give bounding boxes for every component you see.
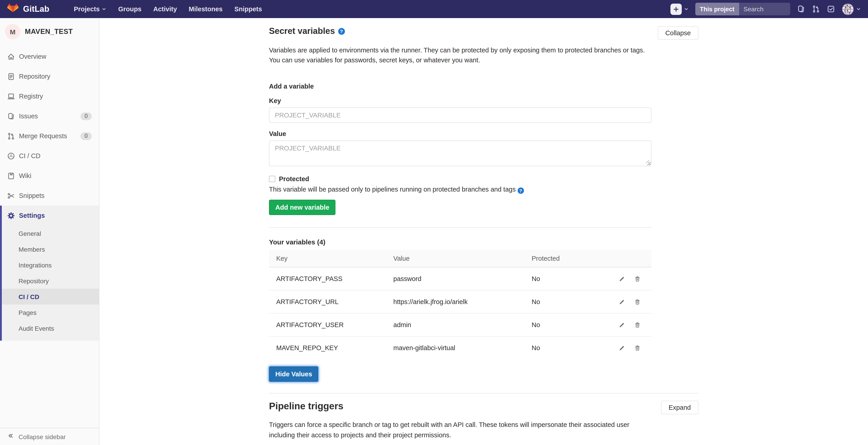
top-menu: Projects Groups Activity Milestones Snip… [74, 5, 262, 13]
sidebar-item-merge-requests[interactable]: Merge Requests 0 [0, 126, 99, 146]
user-menu-button[interactable] [842, 3, 861, 15]
project-avatar: M [5, 24, 20, 39]
sidebar-subitem-pages[interactable]: Pages [2, 305, 99, 320]
table-row: ARTIFACTORY_USER admin No [269, 313, 651, 337]
col-header-value: Value [386, 250, 524, 268]
add-variable-heading: Add a variable [269, 83, 651, 90]
sidebar-item-settings[interactable]: Settings [2, 206, 99, 226]
menu-activity[interactable]: Activity [153, 5, 177, 13]
variable-value: password [386, 268, 524, 290]
variable-value: admin [386, 313, 524, 337]
pipeline-triggers-description: Triggers can force a specific branch or … [269, 420, 651, 440]
sidebar-item-repository[interactable]: Repository [0, 66, 99, 86]
pipeline-triggers-section: Pipeline triggers Expand Triggers can fo… [269, 401, 699, 440]
navbar-right: This project [671, 3, 861, 15]
variable-value-textarea[interactable] [269, 140, 651, 166]
edit-variable-button[interactable] [618, 276, 625, 282]
sidebar-item-registry[interactable]: Registry [0, 86, 99, 106]
variable-key: ARTIFACTORY_PASS [269, 268, 386, 290]
variable-protected: No [524, 290, 606, 313]
sidebar-subitem-general[interactable]: General [2, 226, 99, 241]
collapse-section-button[interactable]: Collapse [657, 26, 699, 40]
variable-protected: No [524, 268, 606, 290]
double-chevron-left-icon [7, 432, 14, 441]
collapse-sidebar-button[interactable]: Collapse sidebar [0, 428, 99, 445]
delete-variable-button[interactable] [634, 322, 641, 329]
merge-requests-nav-button[interactable] [812, 5, 820, 13]
project-header[interactable]: M MAVEN_TEST [0, 18, 99, 43]
variables-table: Key Value Protected ARTIFACTORY_PASS pas… [269, 250, 651, 360]
search-scope-button[interactable]: This project [695, 3, 739, 15]
chevron-down-icon [102, 5, 106, 13]
variable-key-input[interactable] [269, 107, 651, 123]
trash-icon [634, 299, 641, 305]
value-label: Value [269, 130, 651, 137]
trash-icon [634, 322, 641, 329]
document-icon [7, 72, 15, 80]
trash-icon [634, 345, 641, 351]
key-label: Key [269, 97, 651, 104]
todo-check-icon [827, 5, 835, 13]
project-sidebar: M MAVEN_TEST Overview Repository [0, 18, 99, 445]
user-avatar [842, 3, 854, 15]
help-icon[interactable]: ? [518, 188, 524, 194]
sidebar-subitem-ci-cd[interactable]: CI / CD [2, 289, 99, 305]
project-name: MAVEN_TEST [25, 28, 73, 36]
gitlab-tanuki-icon [7, 4, 19, 14]
merge-request-icon [7, 132, 15, 140]
sidebar-item-ci-cd[interactable]: CI / CD [0, 146, 99, 166]
sidebar-item-overview[interactable]: Overview [0, 46, 99, 66]
table-row: ARTIFACTORY_PASS password No [269, 268, 651, 290]
new-dropdown-button[interactable] [671, 3, 688, 15]
issues-nav-button[interactable] [797, 5, 805, 13]
todos-nav-button[interactable] [827, 5, 835, 13]
pencil-icon [618, 345, 625, 351]
col-header-key: Key [269, 250, 386, 268]
merge-request-icon [812, 5, 820, 13]
protected-help-text: This variable will be passed only to pip… [269, 186, 651, 193]
sidebar-subitem-audit-events[interactable]: Audit Events [2, 320, 99, 336]
secret-variables-title: Secret variables ? [269, 26, 345, 36]
settings-section: Settings General Members Integrations Re… [0, 206, 99, 341]
sidebar-item-snippets[interactable]: Snippets [0, 186, 99, 206]
hide-values-button[interactable]: Hide Values [269, 367, 318, 382]
pencil-icon [618, 299, 625, 305]
add-new-variable-button[interactable]: Add new variable [269, 200, 336, 215]
secret-variables-description: Variables are applied to environments vi… [269, 45, 651, 66]
pencil-icon [618, 276, 625, 282]
table-row: MAVEN_REPO_KEY maven-gitlabci-virtual No [269, 337, 651, 360]
expand-section-button[interactable]: Expand [661, 401, 699, 414]
protected-label: Protected [279, 175, 309, 182]
edit-variable-button[interactable] [618, 322, 625, 329]
menu-snippets[interactable]: Snippets [235, 5, 262, 13]
section-divider [269, 393, 699, 394]
table-row: ARTIFACTORY_URL https://arielk.jfrog.io/… [269, 290, 651, 313]
protected-checkbox[interactable] [269, 176, 275, 182]
delete-variable-button[interactable] [634, 345, 641, 351]
search-input[interactable] [743, 5, 790, 13]
sidebar-item-wiki[interactable]: Wiki [0, 166, 99, 186]
search-bar: This project [695, 3, 790, 15]
menu-groups[interactable]: Groups [118, 5, 142, 13]
delete-variable-button[interactable] [634, 276, 641, 282]
trash-icon [634, 276, 641, 282]
sidebar-subitem-repository[interactable]: Repository [2, 273, 99, 289]
menu-projects[interactable]: Projects [74, 5, 106, 13]
edit-variable-button[interactable] [618, 299, 625, 305]
form-divider [269, 228, 651, 228]
menu-milestones[interactable]: Milestones [189, 5, 223, 13]
delete-variable-button[interactable] [634, 299, 641, 305]
variable-value: maven-gitlabci-virtual [386, 337, 524, 360]
search-field [739, 3, 790, 15]
add-variable-form: Add a variable Key Value Protecte [269, 83, 651, 215]
sidebar-item-issues[interactable]: Issues 0 [0, 106, 99, 126]
gitlab-logo-link[interactable]: GitLab [7, 4, 49, 14]
issues-icon [7, 112, 15, 120]
help-icon[interactable]: ? [338, 28, 345, 35]
main-content: Secret variables ? Collapse Variables ar… [99, 18, 868, 445]
sidebar-subitem-integrations[interactable]: Integrations [2, 257, 99, 273]
sidebar-subitem-members[interactable]: Members [2, 241, 99, 257]
gauge-icon [7, 152, 15, 160]
edit-variable-button[interactable] [618, 345, 625, 351]
variable-protected: No [524, 313, 606, 337]
